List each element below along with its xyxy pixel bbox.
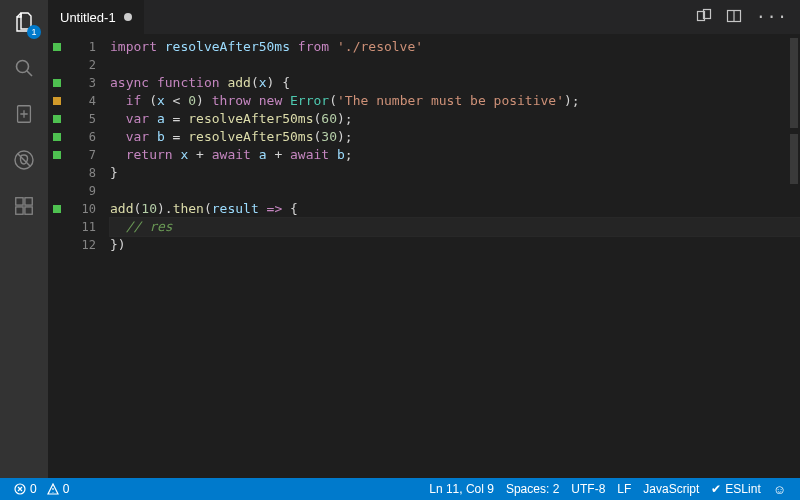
code-line[interactable]: var b = resolveAfter50ms(30);	[110, 128, 800, 146]
explorer-badge: 1	[27, 25, 41, 39]
line-number: 7	[66, 146, 110, 164]
status-bar: 0 0 Ln 11, Col 9 Spaces: 2 UTF-8 LF Java…	[0, 478, 800, 500]
line-number: 9	[66, 182, 110, 200]
compare-changes-icon[interactable]	[696, 8, 712, 27]
line-number: 6	[66, 128, 110, 146]
line-number: 5	[66, 110, 110, 128]
editor-group: Untitled-1 ··· 123456789101112	[48, 0, 800, 478]
line-number: 3	[66, 74, 110, 92]
dirty-indicator-icon	[124, 13, 132, 21]
breakpoint-slot[interactable]	[48, 110, 66, 128]
status-problems[interactable]: 0 0	[8, 478, 75, 500]
svg-rect-6	[25, 198, 32, 205]
extensions-icon[interactable]	[10, 192, 38, 220]
line-number: 1	[66, 38, 110, 56]
error-count: 0	[30, 482, 37, 496]
code-line[interactable]: // res	[110, 218, 800, 236]
green-marker-icon	[53, 79, 61, 87]
code-line[interactable]: })	[110, 236, 800, 254]
line-number: 12	[66, 236, 110, 254]
status-indent[interactable]: Spaces: 2	[500, 482, 565, 496]
green-marker-icon	[53, 115, 61, 123]
source-control-icon[interactable]	[10, 100, 38, 128]
tab-title: Untitled-1	[60, 10, 116, 25]
orange-marker-icon	[53, 97, 61, 105]
status-feedback[interactable]: ☺	[767, 482, 792, 497]
breakpoint-slot[interactable]	[48, 92, 66, 110]
breakpoint-slot[interactable]	[48, 56, 66, 74]
code-line[interactable]: import resolveAfter50ms from './resolve'	[110, 38, 800, 56]
code-line[interactable]: if (x < 0) throw new Error('The number m…	[110, 92, 800, 110]
code-line[interactable]: var a = resolveAfter50ms(60);	[110, 110, 800, 128]
breakpoint-slot[interactable]	[48, 38, 66, 56]
code-line[interactable]: }	[110, 164, 800, 182]
search-icon[interactable]	[10, 54, 38, 82]
line-number: 10	[66, 200, 110, 218]
warning-count: 0	[63, 482, 70, 496]
breakpoint-slot[interactable]	[48, 200, 66, 218]
breakpoint-slot[interactable]	[48, 182, 66, 200]
breakpoint-slot[interactable]	[48, 146, 66, 164]
activity-bar: 1	[0, 0, 48, 478]
check-icon: ✔	[711, 482, 721, 496]
svg-rect-4	[16, 207, 23, 214]
breakpoint-slot[interactable]	[48, 74, 66, 92]
breakpoint-slot[interactable]	[48, 218, 66, 236]
breakpoint-slot[interactable]	[48, 128, 66, 146]
breakpoint-slot[interactable]	[48, 236, 66, 254]
code-line[interactable]	[110, 182, 800, 200]
breakpoint-slot[interactable]	[48, 164, 66, 182]
svg-rect-3	[16, 198, 23, 205]
more-actions-icon[interactable]: ···	[756, 9, 788, 25]
smiley-icon: ☺	[773, 482, 786, 497]
code-editor[interactable]: 123456789101112 import resolveAfter50ms …	[48, 34, 800, 478]
debug-icon[interactable]	[10, 146, 38, 174]
svg-point-0	[17, 61, 29, 73]
line-number: 11	[66, 218, 110, 236]
green-marker-icon	[53, 133, 61, 141]
line-number: 2	[66, 56, 110, 74]
line-number-gutter: 123456789101112	[66, 34, 110, 478]
status-eol[interactable]: LF	[611, 482, 637, 496]
overview-ruler	[788, 34, 800, 478]
tab-untitled-1[interactable]: Untitled-1	[48, 0, 144, 34]
breakpoint-gutter[interactable]	[48, 34, 66, 478]
line-number: 8	[66, 164, 110, 182]
green-marker-icon	[53, 43, 61, 51]
warning-icon	[47, 483, 59, 495]
code-line[interactable]	[110, 56, 800, 74]
status-encoding[interactable]: UTF-8	[565, 482, 611, 496]
error-icon	[14, 483, 26, 495]
green-marker-icon	[53, 205, 61, 213]
status-cursor[interactable]: Ln 11, Col 9	[423, 482, 500, 496]
split-editor-icon[interactable]	[726, 8, 742, 27]
code-lines[interactable]: import resolveAfter50ms from './resolve'…	[110, 34, 800, 478]
code-line[interactable]: async function add(x) {	[110, 74, 800, 92]
line-number: 4	[66, 92, 110, 110]
explorer-icon[interactable]: 1	[10, 8, 38, 36]
status-language[interactable]: JavaScript	[637, 482, 705, 496]
code-line[interactable]: return x + await a + await b;	[110, 146, 800, 164]
code-line[interactable]: add(10).then(result => {	[110, 200, 800, 218]
svg-rect-5	[25, 207, 32, 214]
tab-bar: Untitled-1 ···	[48, 0, 800, 34]
status-eslint[interactable]: ✔ ESLint	[705, 482, 766, 496]
green-marker-icon	[53, 151, 61, 159]
